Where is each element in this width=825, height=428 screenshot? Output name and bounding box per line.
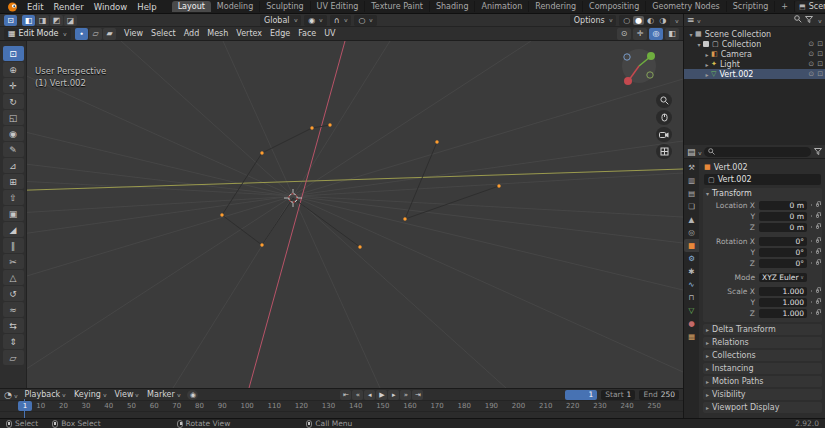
next-keyframe-button[interactable]: » xyxy=(400,390,411,400)
topbar-menu[interactable]: Window xyxy=(89,2,133,12)
viewport-canvas[interactable] xyxy=(0,41,683,388)
workspace-tab[interactable]: Sculpting xyxy=(260,1,310,12)
viewport-menu[interactable]: Add xyxy=(180,29,204,38)
scale-tool[interactable]: ◱ xyxy=(3,110,24,125)
collapsed-panel-header[interactable]: Collections xyxy=(703,350,822,361)
mode-set-button[interactable]: ◧ xyxy=(22,15,35,26)
lock-icon[interactable] xyxy=(816,311,819,315)
animate-dot-icon[interactable] xyxy=(811,226,812,228)
outliner-filter-icon[interactable] xyxy=(805,15,822,25)
frame-end-field[interactable]: End 250 xyxy=(639,390,679,400)
viewport-menu[interactable]: Select xyxy=(147,29,180,38)
toggle-perspective-button[interactable] xyxy=(656,144,672,159)
lock-icon[interactable] xyxy=(816,225,819,229)
animate-dot-icon[interactable] xyxy=(811,240,812,242)
lock-icon[interactable] xyxy=(816,239,819,243)
viewport-menu[interactable]: Edge xyxy=(266,29,294,38)
lock-icon[interactable] xyxy=(816,289,819,293)
topbar-menu[interactable]: Edit xyxy=(22,2,48,12)
outliner-row[interactable]: ▾ ▢ Collection xyxy=(684,39,825,49)
workspace-tab[interactable]: Rendering xyxy=(529,1,583,12)
shading-wireframe-button[interactable]: ○ xyxy=(621,16,632,25)
field-value[interactable]: 1.000 xyxy=(759,287,807,296)
outliner-row[interactable]: ▸ ▽ Vert.002 xyxy=(684,69,825,79)
object-constraints-tab[interactable]: ⊓ xyxy=(684,291,699,304)
expand-arrow-icon[interactable]: ▸ xyxy=(703,51,711,58)
collapsed-panel-header[interactable]: Visibility xyxy=(703,389,822,400)
animate-dot-icon[interactable] xyxy=(811,290,812,292)
camera-view-button[interactable] xyxy=(656,127,672,142)
collection-checkbox[interactable] xyxy=(703,41,709,47)
hide-in-viewport-icon[interactable] xyxy=(808,60,814,68)
particles-tab[interactable]: ✱ xyxy=(684,265,699,278)
expand-arrow-icon[interactable]: ▸ xyxy=(703,61,711,68)
current-frame-field[interactable]: 1 xyxy=(565,390,597,400)
lock-icon[interactable] xyxy=(816,261,819,265)
gizmos-dropdown[interactable]: ✛ xyxy=(633,28,647,40)
move-tool[interactable]: ✛ xyxy=(3,78,24,93)
workspace-tab[interactable]: + xyxy=(775,1,795,12)
extrude-region-tool[interactable]: ⇧ xyxy=(3,190,24,205)
material-tab[interactable]: ● xyxy=(684,317,699,330)
mode-intersect-button[interactable]: ◪ xyxy=(64,15,77,26)
world-tab[interactable]: ◎ xyxy=(684,226,699,239)
jump-to-end-button[interactable]: ⇥ xyxy=(412,390,423,400)
bevel-tool[interactable]: ◢ xyxy=(3,222,24,237)
workspace-tab[interactable]: Texture Paint xyxy=(365,1,430,12)
properties-editor-dropdown[interactable]: ▤ xyxy=(687,147,701,157)
select-box-tool[interactable]: ⊡ xyxy=(3,46,24,61)
editor-type-dropdown[interactable]: ≡ xyxy=(687,15,700,25)
object-tab[interactable]: ■ xyxy=(684,239,699,252)
object-name-field[interactable]: ▢ Vert.002 xyxy=(704,174,821,185)
blender-logo-icon[interactable] xyxy=(6,2,19,12)
lock-icon[interactable] xyxy=(816,214,819,218)
transform-tool[interactable]: ◉ xyxy=(3,126,24,141)
expand-arrow-icon[interactable]: ▸ xyxy=(703,71,711,78)
collapsed-panel-header[interactable]: Motion Paths xyxy=(703,376,822,387)
knife-tool[interactable]: ✂ xyxy=(3,254,24,269)
lock-icon[interactable] xyxy=(816,300,819,304)
snapping-dropdown[interactable]: ∩ xyxy=(330,15,352,26)
object-visibility-dropdown[interactable]: ⊙ xyxy=(617,28,631,40)
add-cube-tool[interactable]: ⊞ xyxy=(3,174,24,189)
animate-dot-icon[interactable] xyxy=(811,251,812,253)
play-button[interactable]: ▶ xyxy=(376,390,387,400)
measure-tool[interactable]: ⊿ xyxy=(3,158,24,173)
hide-in-viewport-icon[interactable] xyxy=(808,70,814,78)
physics-tab[interactable]: ∿ xyxy=(684,278,699,291)
viewport-menu[interactable]: View xyxy=(120,29,147,38)
field-value[interactable]: XYZ Euler xyxy=(759,273,807,282)
field-value[interactable]: 0 m xyxy=(759,212,807,221)
pivot-point-dropdown[interactable]: ◉ xyxy=(304,15,327,26)
lock-icon[interactable] xyxy=(816,203,819,207)
hide-in-viewport-icon[interactable] xyxy=(808,40,814,48)
shear-tool[interactable]: ▱ xyxy=(3,350,24,365)
auto-keying-toggle[interactable]: ◉ xyxy=(187,390,198,400)
mode-extend-button[interactable]: ◨ xyxy=(36,15,49,26)
xray-toggle[interactable]: ◧ xyxy=(665,28,679,40)
disable-in-renders-icon[interactable] xyxy=(817,50,823,58)
timeline-editor-dropdown[interactable]: ◔ xyxy=(4,390,18,400)
collapsed-panel-header[interactable]: Relations xyxy=(703,337,822,348)
disable-in-renders-icon[interactable] xyxy=(817,70,823,78)
vertex-select-button[interactable]: ∙ xyxy=(75,28,88,40)
animate-dot-icon[interactable] xyxy=(811,204,812,206)
viewport-menu[interactable]: UV xyxy=(320,29,339,38)
field-value[interactable]: 0° xyxy=(759,248,807,257)
outliner-row[interactable]: ▸ ✦ Light xyxy=(684,59,825,69)
tool-tab[interactable]: ⚒ xyxy=(684,161,699,174)
edge-slide-tool[interactable]: ⇆ xyxy=(3,318,24,333)
animate-dot-icon[interactable] xyxy=(811,301,812,303)
breadcrumb-object-name[interactable]: Vert.002 xyxy=(714,163,748,172)
disable-in-renders-icon[interactable] xyxy=(817,60,823,68)
field-value[interactable]: 0 m xyxy=(759,201,807,210)
shading-material-preview-button[interactable]: ◐ xyxy=(645,16,656,25)
field-value[interactable]: 0° xyxy=(759,259,807,268)
proportional-editing-dropdown[interactable]: ○ xyxy=(354,15,377,26)
smooth-tool[interactable]: ≈ xyxy=(3,302,24,317)
modifiers-tab[interactable]: ⚙ xyxy=(684,252,699,265)
animate-dot-icon[interactable] xyxy=(811,312,812,314)
active-tool-icon[interactable]: ⊡ xyxy=(4,15,17,26)
poly-build-tool[interactable]: △ xyxy=(3,270,24,285)
shrink-fatten-tool[interactable]: ⇕ xyxy=(3,334,24,349)
